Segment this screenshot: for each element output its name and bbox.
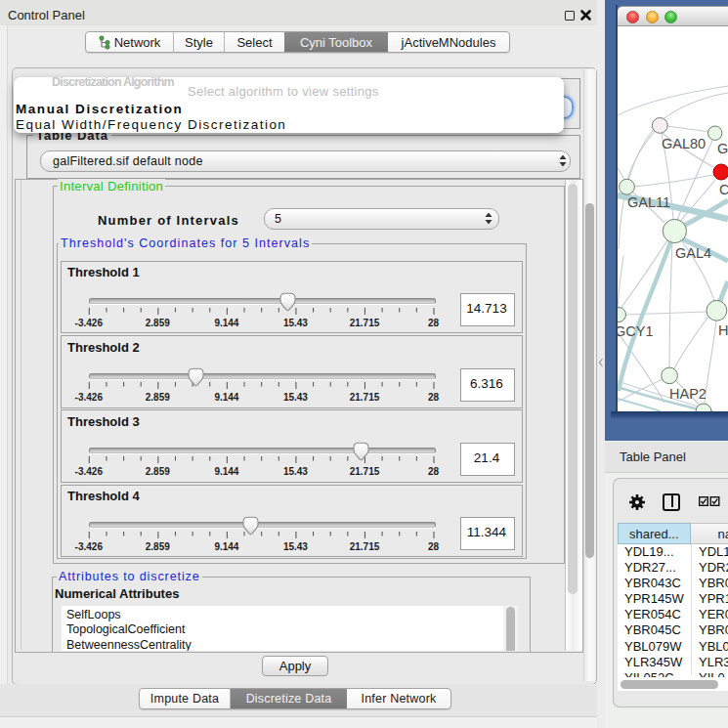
svg-text:GA: GA <box>717 141 728 156</box>
svg-text:HAP2: HAP2 <box>669 386 707 402</box>
svg-text:C: C <box>719 182 728 197</box>
svg-text:GCY1: GCY1 <box>618 323 654 339</box>
svg-text:GAL4: GAL4 <box>675 245 711 261</box>
svg-text:H: H <box>718 322 728 338</box>
svg-text:GAL11: GAL11 <box>627 194 670 210</box>
svg-text:GAL80: GAL80 <box>662 136 706 151</box>
